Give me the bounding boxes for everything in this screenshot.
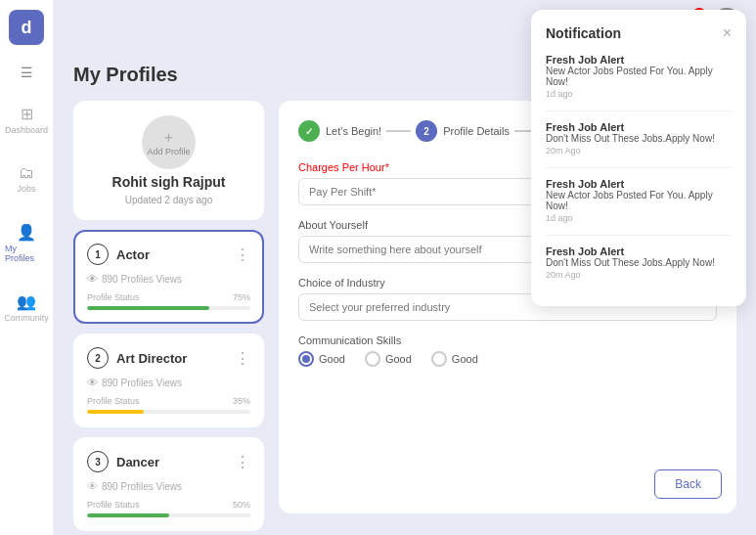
radio-circle-1 <box>298 351 314 367</box>
eye-icon-3: 👁 <box>87 480 98 492</box>
user-name: Rohit sigh Rajput <box>112 174 226 190</box>
radio-label-1: Good <box>319 353 345 365</box>
profile-number-3: 3 <box>87 451 109 472</box>
app-logo: d <box>9 10 44 45</box>
progress-fill-dancer <box>87 513 169 517</box>
back-button[interactable]: Back <box>654 469 722 499</box>
radio-label-2: Good <box>385 353 412 365</box>
step-label-1: Let's Begin! <box>326 125 381 137</box>
profile-card-art-director[interactable]: 2 Art Director ⋮ 👁 890 Profiles Views Pr… <box>73 334 264 427</box>
step-label-2: Profile Details <box>443 125 510 137</box>
jobs-icon: 🗂 <box>19 164 34 182</box>
sidebar-item-dashboard[interactable]: ⊞ Dashboard <box>0 100 53 140</box>
eye-icon-2: 👁 <box>87 377 98 388</box>
profile-views-dancer: 890 Profiles Views <box>102 481 182 492</box>
profile-number-1: 1 <box>87 244 109 265</box>
notification-item-text-4: Don't Miss Out These Jobs.Apply Now! <box>546 257 732 268</box>
notification-item-text-1: New Actor Jobs Posted For You. Apply Now… <box>546 66 732 87</box>
notification-item-title-1: Fresh Job Alert <box>546 54 732 66</box>
app-container: d ☰ ⊞ Dashboard 🗂 Jobs 👤 My Profiles 👥 C… <box>0 0 756 535</box>
menu-icon[interactable]: ☰ <box>21 65 33 80</box>
notification-panel: Notification × Fresh Job Alert New Actor… <box>531 10 746 306</box>
profile-menu-dancer[interactable]: ⋮ <box>235 453 250 471</box>
profile-views-art-director: 890 Profiles Views <box>102 378 182 388</box>
profile-title-art-director: Art Director <box>116 351 187 366</box>
profile-title-actor: Actor <box>116 247 150 262</box>
close-button[interactable]: × <box>723 24 732 42</box>
notification-item-3: Fresh Job Alert New Actor Jobs Posted Fo… <box>546 178 732 223</box>
progress-fill-actor <box>87 306 209 310</box>
notification-title: Notification <box>546 25 621 41</box>
profile-menu-actor[interactable]: ⋮ <box>235 245 250 264</box>
eye-icon: 👁 <box>87 273 98 285</box>
profile-title-dancer: Dancer <box>116 455 159 469</box>
notification-item-time-3: 1d ago <box>546 213 732 223</box>
notification-item-title-3: Fresh Job Alert <box>546 178 732 190</box>
notification-header: Notification × <box>546 24 732 42</box>
notification-item-2: Fresh Job Alert Don't Miss Out These Job… <box>546 121 732 156</box>
radio-circle-3 <box>431 351 447 367</box>
profile-number-2: 2 <box>87 347 109 369</box>
notification-item-title-4: Fresh Job Alert <box>546 245 732 257</box>
notification-item-time-2: 20m Ago <box>546 146 732 156</box>
communication-skills-group: Communication Skills Good Good <box>298 334 717 367</box>
add-profile-card: + Add Profile Rohit sigh Rajput Updated … <box>73 101 264 220</box>
profile-menu-art-director[interactable]: ⋮ <box>235 349 250 368</box>
profile-status-label-dancer: Profile Status <box>87 500 140 510</box>
radio-good-3[interactable]: Good <box>431 351 478 367</box>
sidebar-label-dashboard: Dashboard <box>5 125 48 135</box>
add-profile-button[interactable]: + Add Profile <box>142 115 196 169</box>
notification-item-4: Fresh Job Alert Don't Miss Out These Job… <box>546 245 732 280</box>
step-lets-begin: ✓ Let's Begin! <box>298 120 381 142</box>
left-panel: + Add Profile Rohit sigh Rajput Updated … <box>73 101 264 513</box>
progress-bar-actor <box>87 306 250 310</box>
notification-item-1: Fresh Job Alert New Actor Jobs Posted Fo… <box>546 54 732 99</box>
sidebar-label-jobs: Jobs <box>17 184 35 194</box>
profile-status-label-actor: Profile Status <box>87 292 140 302</box>
progress-fill-art-director <box>87 410 144 414</box>
profile-status-pct-actor: 75% <box>233 292 250 302</box>
progress-bar-art-director <box>87 410 250 414</box>
step-profile-details: 2 Profile Details <box>416 120 510 142</box>
notification-item-text-2: Don't Miss Out These Jobs.Apply Now! <box>546 133 732 144</box>
notif-divider-3 <box>546 235 732 236</box>
notification-item-title-2: Fresh Job Alert <box>546 121 732 133</box>
radio-good-1[interactable]: Good <box>298 351 345 367</box>
radio-group: Good Good Good <box>298 351 717 367</box>
sidebar-item-my-profiles[interactable]: 👤 My Profiles <box>0 218 53 268</box>
profile-views-actor: 890 Profiles Views <box>102 274 182 285</box>
notification-item-time-4: 20m Ago <box>546 270 732 280</box>
sidebar: d ☰ ⊞ Dashboard 🗂 Jobs 👤 My Profiles 👥 C… <box>0 0 54 535</box>
profile-status-pct-art-director: 35% <box>233 396 250 406</box>
sidebar-item-jobs[interactable]: 🗂 Jobs <box>12 159 40 199</box>
notif-divider-1 <box>546 111 732 111</box>
step-circle-1: ✓ <box>298 120 320 142</box>
profile-card-dancer[interactable]: 3 Dancer ⋮ 👁 890 Profiles Views Profile … <box>73 437 264 531</box>
progress-bar-dancer <box>87 513 250 517</box>
add-profile-label: Add Profile <box>147 147 190 157</box>
step-circle-2: 2 <box>416 120 437 142</box>
notification-item-time-1: 1d ago <box>546 89 732 99</box>
step-divider-1 <box>386 130 411 132</box>
profile-status-label-art-director: Profile Status <box>87 396 140 406</box>
notif-divider-2 <box>546 167 732 168</box>
radio-good-2[interactable]: Good <box>365 351 412 367</box>
community-icon: 👥 <box>17 292 36 311</box>
user-updated: Updated 2 days ago <box>125 195 213 205</box>
radio-circle-2 <box>365 351 380 367</box>
radio-label-3: Good <box>452 353 478 365</box>
profiles-icon: 👤 <box>17 223 36 242</box>
dashboard-icon: ⊞ <box>21 105 33 123</box>
sidebar-label-community: Community <box>4 313 49 323</box>
profile-status-pct-dancer: 50% <box>233 500 250 510</box>
profile-card-actor[interactable]: 1 Actor ⋮ 👁 890 Profiles Views Profile S… <box>73 230 264 324</box>
sidebar-item-community[interactable]: 👥 Community <box>0 288 54 328</box>
notification-item-text-3: New Actor Jobs Posted For You. Apply Now… <box>546 190 732 211</box>
sidebar-label-profiles: My Profiles <box>5 244 48 263</box>
communication-skills-label: Communication Skills <box>298 334 717 346</box>
